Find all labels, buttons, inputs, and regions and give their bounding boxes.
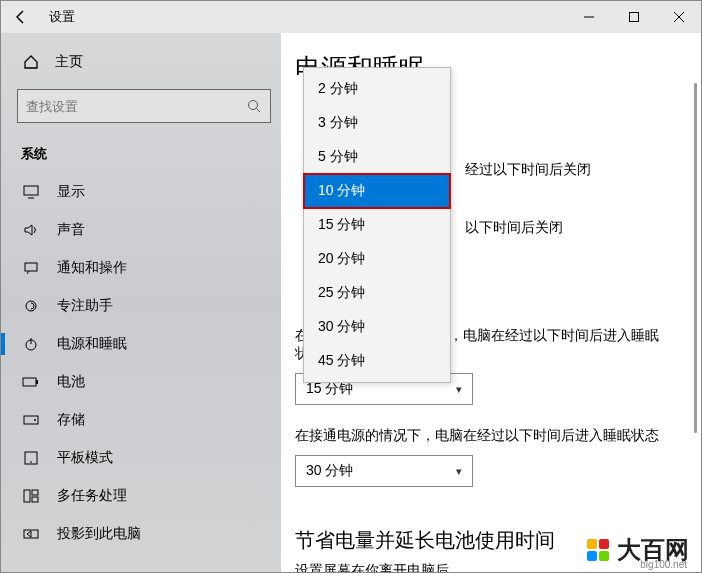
focus-icon — [21, 298, 41, 314]
combo-value: 30 分钟 — [306, 462, 353, 480]
nav-storage[interactable]: 存储 — [17, 401, 271, 439]
battery-icon — [21, 376, 41, 388]
dropdown-option[interactable]: 10 分钟 — [304, 174, 450, 208]
home-label: 主页 — [55, 53, 83, 71]
project-icon — [21, 527, 41, 541]
watermark-logo-icon — [587, 539, 609, 561]
dropdown-option[interactable]: 15 分钟 — [304, 208, 450, 242]
nav-label: 电池 — [57, 373, 85, 391]
nav-label: 通知和操作 — [57, 259, 127, 277]
titlebar: 设置 — [1, 1, 701, 33]
sleep-plugged-label: 在接通电源的情况下，电脑在经过以下时间后进入睡眠状态 — [295, 427, 661, 445]
nav-label: 投影到此电脑 — [57, 525, 141, 543]
dropdown-option[interactable]: 3 分钟 — [304, 106, 450, 140]
nav-sound[interactable]: 声音 — [17, 211, 271, 249]
svg-rect-18 — [24, 490, 30, 502]
window-controls — [566, 1, 701, 33]
svg-rect-8 — [25, 263, 37, 271]
notifications-icon — [21, 261, 41, 275]
svg-rect-13 — [36, 380, 38, 384]
display-icon — [21, 185, 41, 199]
section-label: 系统 — [17, 139, 271, 173]
dropdown-option[interactable]: 30 分钟 — [304, 310, 450, 344]
window-title: 设置 — [49, 8, 75, 26]
nav-label: 多任务处理 — [57, 487, 127, 505]
svg-rect-12 — [23, 378, 36, 386]
dropdown-option[interactable]: 2 分钟 — [304, 72, 450, 106]
nav-power-sleep[interactable]: 电源和睡眠 — [17, 325, 271, 363]
minimize-button[interactable] — [566, 1, 611, 33]
watermark-sub: big100.net — [640, 559, 687, 570]
nav-battery[interactable]: 电池 — [17, 363, 271, 401]
chevron-down-icon: ▾ — [456, 383, 462, 396]
dropdown-option[interactable]: 45 分钟 — [304, 344, 450, 378]
svg-rect-1 — [629, 13, 638, 22]
nav-multitask[interactable]: 多任务处理 — [17, 477, 271, 515]
tablet-icon — [21, 451, 41, 465]
sleep-plugged-combo[interactable]: 30 分钟 ▾ — [295, 455, 473, 487]
svg-point-4 — [249, 101, 258, 110]
nav-focus-assist[interactable]: 专注助手 — [17, 287, 271, 325]
nav-label: 电源和睡眠 — [57, 335, 127, 353]
maximize-button[interactable] — [611, 1, 656, 33]
nav-label: 显示 — [57, 183, 85, 201]
search-box[interactable] — [17, 89, 271, 123]
watermark: 大百网 big100.net — [581, 532, 695, 568]
sidebar: 主页 系统 显示 声音 通知和操作 — [1, 33, 281, 572]
dropdown-option[interactable]: 20 分钟 — [304, 242, 450, 276]
power-icon — [21, 336, 41, 352]
storage-icon — [21, 414, 41, 426]
svg-point-15 — [34, 419, 36, 421]
svg-rect-6 — [24, 186, 38, 195]
nav-label: 专注助手 — [57, 297, 113, 315]
nav-label: 存储 — [57, 411, 85, 429]
nav-notifications[interactable]: 通知和操作 — [17, 249, 271, 287]
nav-list: 显示 声音 通知和操作 专注助手 电源和睡眠 — [17, 173, 271, 553]
svg-line-5 — [257, 109, 261, 113]
close-button[interactable] — [656, 1, 701, 33]
nav-label: 平板模式 — [57, 449, 113, 467]
scrollbar[interactable] — [694, 83, 697, 433]
dropdown-option[interactable]: 25 分钟 — [304, 276, 450, 310]
nav-tablet-mode[interactable]: 平板模式 — [17, 439, 271, 477]
screen-plugged-label: 以下时间后关闭 — [465, 219, 661, 237]
time-dropdown: 2 分钟3 分钟5 分钟10 分钟15 分钟20 分钟25 分钟30 分钟45 … — [303, 67, 451, 383]
svg-rect-19 — [32, 490, 38, 495]
search-input[interactable] — [26, 99, 246, 114]
nav-project[interactable]: 投影到此电脑 — [17, 515, 271, 553]
home-icon — [21, 54, 41, 70]
home-nav[interactable]: 主页 — [17, 45, 271, 79]
multitask-icon — [21, 489, 41, 503]
dropdown-option[interactable]: 5 分钟 — [304, 140, 450, 174]
search-icon — [246, 98, 262, 114]
svg-rect-20 — [32, 497, 38, 502]
sound-icon — [21, 223, 41, 237]
back-button[interactable] — [11, 7, 31, 27]
nav-display[interactable]: 显示 — [17, 173, 271, 211]
nav-label: 声音 — [57, 221, 85, 239]
screen-battery-label: 经过以下时间后关闭 — [465, 161, 661, 179]
chevron-down-icon: ▾ — [456, 465, 462, 478]
